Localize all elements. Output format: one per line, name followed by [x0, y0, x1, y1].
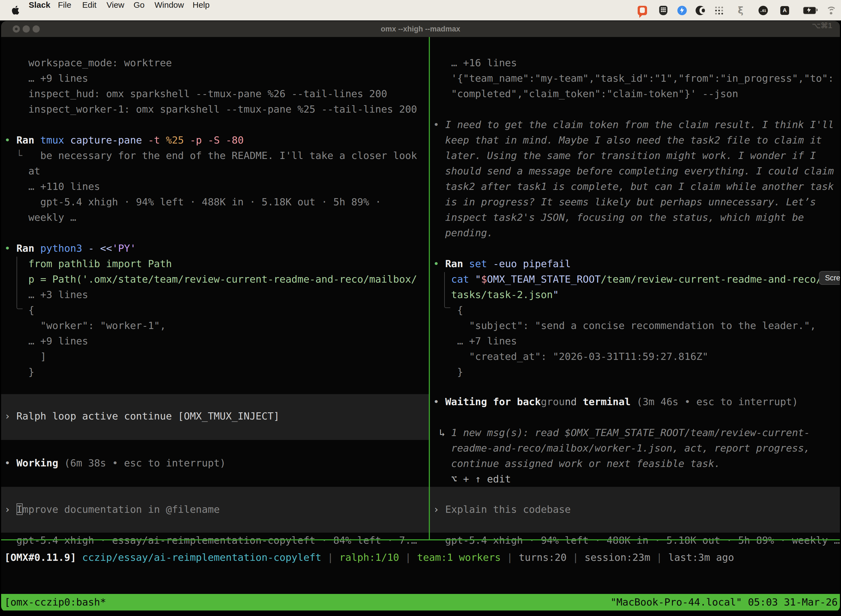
text-segment: Waiting for back: [445, 396, 541, 407]
zoom-button[interactable]: [32, 25, 40, 32]
window-title: omx --xhigh --madmax: [381, 25, 460, 33]
terminal-line: • I need to get the claim token from the…: [433, 117, 834, 132]
text-segment: •: [4, 134, 16, 146]
text-segment: set: [469, 258, 493, 269]
battery-pct-icon[interactable]: ..61: [759, 6, 768, 15]
window-titlebar[interactable]: omx --xhigh --madmax ⌥⌘1: [1, 21, 840, 37]
menu-help[interactable]: Help: [193, 0, 210, 9]
text-segment: OMX_TEAM_STATE_ROOT: [487, 273, 601, 285]
battery-icon[interactable]: [803, 7, 816, 14]
text-segment: ": [553, 289, 559, 300]
terminal-line: "created_at": "2026-03-31T11:59:27.816Z": [433, 349, 708, 364]
wifi-icon[interactable]: [826, 6, 836, 14]
terminal-line: '{"team_name":"my-team","task_id":"1","f…: [433, 70, 834, 86]
text-segment: … +9 lines: [28, 335, 88, 347]
status-segment: team:1 workers: [417, 551, 501, 563]
text-segment: -euo pipefail: [493, 258, 571, 269]
status-segment: |: [567, 551, 585, 563]
screenshot-chat-icon[interactable]: [638, 6, 647, 15]
text-segment: '{"team_name":"my-team","task_id":"1","f…: [451, 72, 834, 84]
text-segment: continue assigned work or next feasible …: [451, 458, 720, 469]
menu-window[interactable]: Window: [154, 0, 184, 9]
terminal-line: inspect task2's JSON, focusing on the st…: [433, 210, 804, 225]
text-segment: grou: [541, 396, 565, 407]
tmux-pane-right[interactable]: … +16 lines'{"team_name":"my-team","task…: [430, 37, 840, 539]
menu-go[interactable]: Go: [133, 0, 145, 9]
text-segment: 'PY': [112, 242, 136, 254]
menu-view[interactable]: View: [107, 0, 125, 9]
minimize-button[interactable]: [23, 25, 30, 32]
text-segment: inspect task2's JSON, focusing on the st…: [445, 211, 804, 223]
text-segment: Ralph loop active continue [OMX_TMUX_INJ…: [16, 410, 280, 422]
menu-slack[interactable]: Slack: [29, 0, 50, 9]
crescent-circle-icon[interactable]: [696, 6, 705, 15]
dots-grid-icon[interactable]: [715, 6, 724, 15]
text-segment: workspace_mode: worktree: [28, 57, 172, 69]
text-segment: •: [433, 258, 445, 269]
close-button[interactable]: [13, 25, 20, 32]
tmux-host-clock: "MacBook-Pro-44.local" 05:03 31-Mar-26: [610, 594, 840, 610]
text-segment: … +110 lines: [28, 180, 100, 192]
text-segment: tmux: [40, 134, 70, 146]
menu-file[interactable]: File: [58, 0, 71, 9]
text-segment: ": [475, 273, 481, 285]
input-source-icon[interactable]: A: [780, 6, 789, 15]
text-segment: (6m 38s • esc to interrupt): [64, 457, 226, 469]
terminal-line: • Waiting for background terminal (3m 46…: [433, 394, 798, 409]
menu-edit[interactable]: Edit: [82, 0, 97, 9]
text-segment: {: [28, 304, 35, 316]
terminal-line: gpt-5.4 xhigh · essay/ai-reimplementatio…: [4, 532, 417, 548]
text-segment: I need to get the claim token from the c…: [445, 119, 834, 130]
bolt-circle-icon[interactable]: [677, 6, 687, 15]
terminal-line: › Explain this codebase: [433, 502, 571, 517]
terminal-line: pending.: [433, 225, 493, 241]
terminal-line: ↳ 1 new msg(s): read $OMX_TEAM_STATE_ROO…: [433, 425, 810, 440]
terminal-line: keep that in mind. Maybe I also need the…: [433, 132, 822, 148]
tmux-pane-left[interactable]: workspace_mode: worktree… +9 linesinspec…: [1, 37, 429, 539]
text-segment: … +16 lines: [451, 57, 517, 69]
terminal-line: readme-and-reco/mailbox/worker-1.json, a…: [433, 440, 810, 456]
terminal-line: … +7 lines: [433, 333, 517, 349]
terminal-line: › Ralph loop active continue [OMX_TMUX_I…: [4, 408, 280, 424]
text-segment: tasks/task-2.json: [451, 289, 553, 300]
text-segment: at: [28, 165, 40, 177]
text-segment: … +7 lines: [457, 335, 517, 347]
terminal-line: inspect_hud: omx sparkshell --tmux-pane …: [4, 86, 387, 101]
screenshot-notification-chip[interactable]: Scre: [819, 271, 840, 285]
text-segment: 1 new msg(s): read $OMX_TEAM_STATE_ROOT/…: [451, 427, 810, 438]
terminal-line: "worker": "worker-1",: [4, 318, 166, 333]
text-segment: }: [457, 366, 463, 378]
text-segment: ↳: [439, 427, 451, 438]
window-shortcut-hint: ⌥⌘1: [812, 21, 832, 30]
terminal-line: … +3 lines: [4, 287, 88, 302]
terminal-line: … +9 lines: [4, 333, 88, 349]
terminal-line: is in progress? It seems likely but perh…: [433, 194, 816, 210]
text-segment: "worker": "worker-1",: [40, 320, 166, 331]
status-segment: cczip/essay/ai-reimplementation-copyleft: [82, 551, 321, 563]
text-segment: gpt-5.4 xhigh · 94% left · 488K in · 5.1…: [40, 196, 381, 208]
text-segment: … +3 lines: [28, 289, 88, 300]
text-segment: Ran: [16, 134, 40, 146]
terminal-line: continue assigned work or next feasible …: [433, 456, 720, 471]
keypad-shield-icon[interactable]: [659, 6, 667, 15]
text-segment: (3m 46s • esc to interrupt): [630, 396, 798, 407]
status-segment: ralph:1/10: [339, 551, 399, 563]
terminal-line: • Ran set -euo pipefail: [433, 256, 571, 271]
text-segment: {: [457, 304, 463, 316]
terminal-line: weekly …: [4, 210, 76, 225]
text-segment: should send a message before completing …: [445, 165, 834, 177]
text-segment: "created_at": "2026-03-31T11:59:27.816Z": [469, 351, 708, 362]
text-cursor: I: [16, 503, 22, 515]
apple-icon[interactable]: [12, 6, 19, 15]
status-segment: [OMX#0.11.9]: [4, 551, 82, 563]
pane-divider-horizontal[interactable]: [1, 539, 840, 540]
terminal-line: gpt-5.4 xhigh · 94% left · 488K in · 5.1…: [4, 194, 381, 210]
terminal-line: task2 after task1 is complete, but can I…: [433, 179, 834, 194]
text-segment: }: [28, 366, 35, 378]
text-segment: ⌥ + ↑ edit: [451, 473, 511, 485]
terminal-line: • Working (6m 38s • esc to interrupt): [4, 455, 226, 471]
text-segment: terminal: [577, 396, 630, 407]
terminal-line: p = Path('.omx/state/team/review-current…: [4, 271, 417, 287]
squiggle-icon[interactable]: ξ: [738, 6, 743, 15]
status-segment: |: [321, 551, 339, 563]
